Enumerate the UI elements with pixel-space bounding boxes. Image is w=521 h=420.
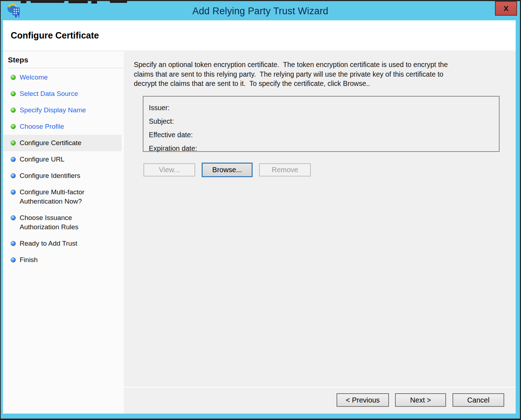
certificate-field-effective-date: Effective date: xyxy=(149,128,499,142)
close-button[interactable]: X xyxy=(495,1,517,16)
step-label: Welcome xyxy=(20,73,48,82)
steps-list: Welcome Select Data Source Specify Displ… xyxy=(3,69,124,268)
step-upcoming-icon xyxy=(11,173,16,178)
step-completed-icon xyxy=(11,124,16,129)
steps-divider xyxy=(8,68,124,68)
step-upcoming-icon xyxy=(11,257,16,262)
step-upcoming-icon xyxy=(11,215,16,220)
step-item-select-data-source[interactable]: Select Data Source xyxy=(3,86,122,102)
certificate-field-subject: Subject: xyxy=(149,114,499,128)
step-label: Choose Profile xyxy=(20,122,64,131)
step-item-configure-identifiers: Configure Identifiers xyxy=(3,168,122,184)
step-item-choose-profile[interactable]: Choose Profile xyxy=(3,118,122,135)
step-label: Ready to Add Trust xyxy=(20,239,77,248)
footer-bar: < Previous Next > Cancel xyxy=(124,387,516,414)
step-label: Select Data Source xyxy=(20,89,78,98)
field-label: Expiration date: xyxy=(149,144,197,152)
step-item-specify-display-name[interactable]: Specify Display Name xyxy=(3,102,122,118)
step-label: Specify Display Name xyxy=(20,106,86,115)
field-label: Issuer: xyxy=(149,104,170,112)
step-item-choose-issuance-rules: Choose Issuance Authorization Rules xyxy=(3,210,122,235)
step-item-welcome[interactable]: Welcome xyxy=(3,69,122,86)
step-current-icon xyxy=(11,140,16,145)
certificate-field-issuer: Issuer: xyxy=(149,101,499,114)
step-completed-icon xyxy=(11,108,16,113)
step-label: Configure URL xyxy=(20,155,65,164)
step-upcoming-icon xyxy=(11,157,16,162)
previous-button[interactable]: < Previous xyxy=(337,393,389,407)
step-completed-icon xyxy=(11,91,16,96)
step-label: Configure Certificate xyxy=(20,138,81,148)
step-upcoming-icon xyxy=(11,241,16,246)
steps-sidebar: Steps Welcome Select Data Source Specify… xyxy=(3,51,124,414)
next-button[interactable]: Next > xyxy=(395,393,446,407)
page-title: Configure Certificate xyxy=(11,30,99,41)
certificate-field-expiration-date: Expiration date: xyxy=(149,142,499,155)
close-icon: X xyxy=(504,4,509,12)
step-item-ready-to-add-trust: Ready to Add Trust xyxy=(3,235,122,252)
step-completed-icon xyxy=(11,75,16,80)
view-button[interactable]: View... xyxy=(143,163,195,176)
window-body: Configure Certificate Steps Welcome Sele… xyxy=(3,20,516,414)
page-description: Specify an optional token encryption cer… xyxy=(134,60,491,88)
steps-heading: Steps xyxy=(8,56,124,64)
page-header: Configure Certificate xyxy=(3,20,516,51)
window-title: Add Relying Party Trust Wizard xyxy=(1,1,520,20)
field-label: Effective date: xyxy=(149,131,193,139)
step-item-finish: Finish xyxy=(3,252,122,268)
field-label: Subject: xyxy=(149,117,174,125)
step-item-configure-certificate: Configure Certificate xyxy=(3,135,122,151)
step-label: Choose Issuance Authorization Rules xyxy=(20,213,79,232)
step-label: Configure Multi-factor Authentication No… xyxy=(20,188,85,206)
main-pane: Specify an optional token encryption cer… xyxy=(124,51,516,414)
certificate-info-box: Issuer: Subject: Effective date: Expirat… xyxy=(143,96,500,152)
browse-button[interactable]: Browse... xyxy=(202,163,253,177)
step-upcoming-icon xyxy=(11,190,16,195)
certificate-actions: View... Browse... Remove xyxy=(143,163,311,177)
step-label: Finish xyxy=(20,255,38,265)
cancel-button[interactable]: Cancel xyxy=(452,393,504,407)
titlebar: Add Relying Party Trust Wizard X xyxy=(1,1,520,20)
remove-button[interactable]: Remove xyxy=(259,163,311,176)
step-item-configure-mfa: Configure Multi-factor Authentication No… xyxy=(3,184,122,210)
step-label: Configure Identifiers xyxy=(20,171,80,180)
step-item-configure-url: Configure URL xyxy=(3,151,122,168)
wizard-window: Add Relying Party Trust Wizard X Configu… xyxy=(0,0,521,420)
